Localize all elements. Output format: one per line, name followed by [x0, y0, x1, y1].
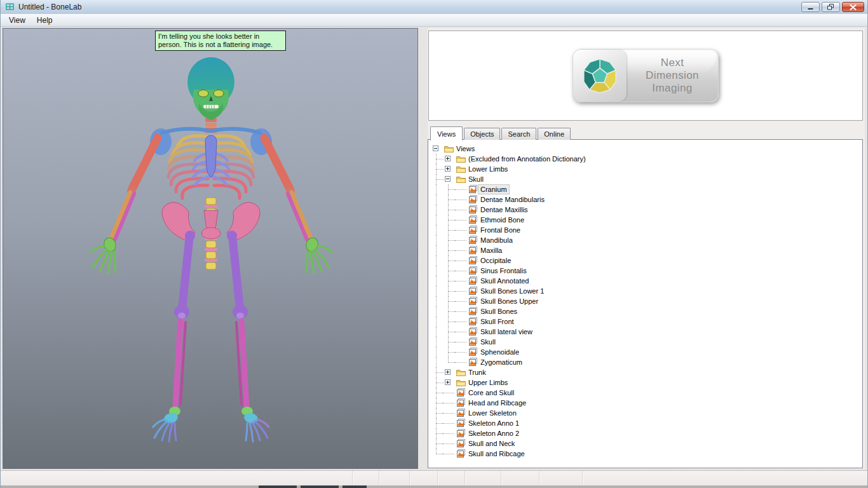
restore-button[interactable]: [822, 2, 840, 12]
views-tree[interactable]: Views(Excluded from Annotation Dictionar…: [428, 139, 863, 468]
view-icon: [467, 255, 478, 266]
tree-item[interactable]: Occipitale: [431, 255, 862, 266]
expander-plus-icon[interactable]: [445, 379, 451, 385]
brand-line-1: Next: [661, 57, 684, 69]
tree-guide: [431, 194, 443, 205]
tree-item[interactable]: Dentae Maxillis: [431, 205, 862, 215]
tree-connector: [455, 184, 467, 194]
tree-item[interactable]: Frontal Bone: [431, 225, 862, 235]
tree-connector: [455, 357, 467, 367]
view-icon: [467, 276, 478, 286]
tree-item[interactable]: Views: [431, 144, 862, 154]
status-bar: [1, 470, 867, 486]
tree-connector: [455, 194, 467, 205]
expander-plus-icon[interactable]: [445, 369, 451, 375]
tree-guide: [431, 347, 443, 357]
tab-objects[interactable]: Objects: [464, 128, 500, 140]
tree-item[interactable]: Head and Ribcage: [431, 398, 862, 408]
tree-item-label: Skull Bones Lower 1: [478, 287, 546, 295]
tree-item[interactable]: (Excluded from Annotation Dictionary): [431, 154, 862, 164]
tree-item[interactable]: Mandibula: [431, 235, 862, 245]
expander-minus-icon[interactable]: [433, 146, 438, 151]
tree-connector: [455, 276, 467, 286]
tree-connector: [431, 154, 443, 164]
tree-connector: [431, 418, 443, 428]
expander-plus-icon[interactable]: [445, 166, 451, 172]
tree-item[interactable]: Skull Bones Upper: [431, 296, 862, 306]
folder-icon: [455, 174, 466, 184]
tree-guide: [431, 255, 443, 266]
tree-item[interactable]: Sinus Frontalis: [431, 266, 862, 276]
branding-panel: Next Dimension Imaging: [428, 30, 863, 121]
tree-connector: [455, 327, 467, 337]
tab-online[interactable]: Online: [538, 128, 571, 140]
tree-connector: [455, 225, 467, 235]
minimize-button[interactable]: [801, 2, 820, 12]
window-title: Untitled - BoneLab: [18, 3, 81, 11]
skeleton-model[interactable]: [3, 29, 419, 470]
expander-cell: [443, 154, 455, 164]
tree-item[interactable]: Skeleton Anno 1: [431, 418, 862, 428]
tree-item[interactable]: Cranium: [431, 184, 862, 194]
tree-guide: [431, 235, 443, 245]
tab-views[interactable]: Views: [430, 126, 463, 140]
tree-item-label: Dentae Mandibularis: [478, 195, 546, 204]
tree-item[interactable]: Skull and Neck: [431, 438, 862, 449]
tree-guide: [431, 205, 443, 215]
expander-plus-icon[interactable]: [445, 156, 451, 161]
tree-item[interactable]: Upper Limbs: [431, 377, 862, 388]
tree-item[interactable]: Trunk: [431, 367, 862, 377]
app-grid-icon: [5, 3, 15, 11]
tree-item[interactable]: Skull lateral view: [431, 327, 862, 337]
expander-cell: [431, 144, 443, 154]
view-icon: [467, 215, 478, 225]
tree-item[interactable]: Skull Bones: [431, 306, 862, 316]
pelvis: [162, 202, 260, 241]
expander-minus-icon[interactable]: [445, 176, 451, 182]
tree-item-label: Ethmoid Bone: [478, 215, 526, 224]
tree-item[interactable]: Dentae Mandibularis: [431, 194, 862, 205]
tree-connector: [443, 184, 455, 194]
tree-connector: [443, 245, 455, 255]
tree-connector: [455, 255, 467, 266]
sternum: [205, 135, 217, 177]
tree-item[interactable]: Sphenoidale: [431, 347, 862, 357]
viewport-3d[interactable]: I'm telling you she looks better in pers…: [3, 28, 418, 469]
tree-connector: [455, 347, 467, 357]
tree-connector: [455, 337, 467, 347]
tree-guide: [431, 286, 443, 296]
tree-item[interactable]: Ethmoid Bone: [431, 215, 862, 225]
tree-connector: [443, 449, 455, 459]
tab-search[interactable]: Search: [501, 128, 536, 140]
tree-item-label: Skull lateral view: [478, 327, 534, 336]
tree-item[interactable]: Skull and Ribcage: [431, 449, 862, 459]
tree-item[interactable]: Skull Bones Lower 1: [431, 286, 862, 296]
tree-item[interactable]: Skeleton Anno 2: [431, 428, 862, 438]
tree-item[interactable]: Skull: [431, 337, 862, 347]
tree-item-label: Skull: [466, 175, 485, 184]
tree-connector: [431, 428, 443, 438]
view-icon: [467, 357, 478, 367]
close-button[interactable]: [842, 2, 864, 12]
tree-item[interactable]: Skull Annotated: [431, 276, 862, 286]
tree-item[interactable]: Lower Skeleton: [431, 408, 862, 418]
folder-icon: [455, 367, 466, 377]
tree-guide: [431, 316, 443, 327]
view-icon: [455, 438, 466, 449]
title-bar[interactable]: Untitled - BoneLab: [1, 0, 867, 15]
tree-item[interactable]: Skull: [431, 174, 862, 184]
tree-guide: [431, 225, 443, 235]
tree-item-label: Maxilla: [478, 246, 504, 255]
expander-cell: [443, 367, 455, 377]
menu-item-view[interactable]: View: [3, 15, 31, 26]
tree-item[interactable]: Maxilla: [431, 245, 862, 255]
panel-splitter[interactable]: [418, 28, 428, 469]
tree-item[interactable]: Lower Limbs: [431, 164, 862, 174]
tree-item-label: Skeleton Anno 1: [466, 419, 521, 428]
tree-item[interactable]: Core and Skull: [431, 388, 862, 398]
tree-connector: [443, 225, 455, 235]
tree-item[interactable]: Zygomaticum: [431, 357, 862, 367]
tree-item[interactable]: Skull Front: [431, 316, 862, 327]
menu-item-help[interactable]: Help: [31, 15, 58, 26]
tree-connector: [431, 367, 443, 377]
